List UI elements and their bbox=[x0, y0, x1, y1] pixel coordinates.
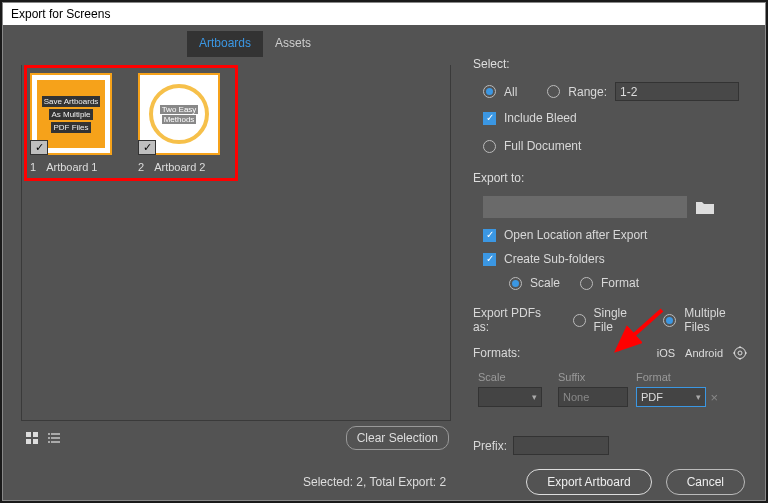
format-row: ▾ None PDF▾× bbox=[474, 385, 746, 409]
selection-status: Selected: 2, Total Export: 2 bbox=[303, 475, 446, 489]
svg-rect-8 bbox=[48, 441, 50, 443]
artboard-item[interactable]: Two Easy Methods ✓ 2Artboard 2 bbox=[138, 73, 228, 173]
artboard-checkbox[interactable]: ✓ bbox=[138, 140, 156, 155]
scale-select[interactable]: ▾ bbox=[478, 387, 542, 407]
svg-rect-4 bbox=[48, 433, 50, 435]
folder-icon[interactable] bbox=[695, 199, 715, 215]
checkbox-include-bleed[interactable] bbox=[483, 112, 496, 125]
tab-artboards[interactable]: Artboards bbox=[187, 31, 263, 57]
range-input[interactable] bbox=[615, 82, 739, 101]
artboard-label: 1Artboard 1 bbox=[30, 161, 120, 173]
svg-point-11 bbox=[735, 348, 746, 359]
svg-rect-3 bbox=[33, 439, 38, 444]
radio-subfolder-scale[interactable] bbox=[509, 277, 522, 290]
formats-label: Formats: bbox=[473, 346, 520, 360]
single-file-label: Single File bbox=[594, 306, 644, 334]
export-for-screens-dialog: Export for Screens Artboards Assets Save… bbox=[2, 2, 766, 501]
remove-row-icon[interactable]: × bbox=[710, 390, 718, 405]
scale-label: Scale bbox=[530, 276, 560, 290]
prefix-input[interactable] bbox=[513, 436, 609, 455]
format-select[interactable]: PDF▾ bbox=[636, 387, 706, 407]
android-preset-link[interactable]: Android bbox=[685, 347, 723, 359]
formats-table: Scale Suffix Format ▾ None PDF▾× bbox=[473, 368, 747, 410]
col-format: Format bbox=[632, 369, 722, 385]
open-location-label: Open Location after Export bbox=[504, 228, 647, 242]
svg-rect-2 bbox=[26, 439, 31, 444]
dialog-title: Export for Screens bbox=[11, 7, 110, 21]
checkbox-create-subfolders[interactable] bbox=[483, 253, 496, 266]
checkbox-open-location[interactable] bbox=[483, 229, 496, 242]
export-artboard-button[interactable]: Export Artboard bbox=[526, 469, 651, 495]
svg-rect-6 bbox=[48, 437, 50, 439]
svg-rect-5 bbox=[51, 433, 60, 435]
svg-rect-9 bbox=[51, 441, 60, 443]
artboard-label: 2Artboard 2 bbox=[138, 161, 228, 173]
multiple-files-label: Multiple Files bbox=[684, 306, 747, 334]
artboard-grid: Save Artboards As Multiple PDF Files ✓ 1… bbox=[21, 65, 451, 421]
svg-rect-7 bbox=[51, 437, 60, 439]
export-pdfs-label: Export PDFs as: bbox=[473, 306, 551, 334]
artboard-thumbnail[interactable]: Two Easy Methods ✓ bbox=[138, 73, 220, 155]
artboard-item[interactable]: Save Artboards As Multiple PDF Files ✓ 1… bbox=[30, 73, 120, 173]
titlebar: Export for Screens bbox=[3, 3, 765, 25]
svg-rect-1 bbox=[33, 432, 38, 437]
gear-icon[interactable] bbox=[733, 346, 747, 360]
prefix-label: Prefix: bbox=[473, 439, 507, 453]
radio-range[interactable] bbox=[547, 85, 560, 98]
list-view-icon[interactable] bbox=[45, 429, 63, 447]
export-path-input[interactable] bbox=[483, 196, 687, 218]
format-label: Format bbox=[601, 276, 639, 290]
svg-rect-0 bbox=[26, 432, 31, 437]
ios-preset-link[interactable]: iOS bbox=[657, 347, 675, 359]
tab-assets[interactable]: Assets bbox=[263, 31, 323, 57]
grid-view-icon[interactable] bbox=[23, 429, 41, 447]
artboard-thumbnail[interactable]: Save Artboards As Multiple PDF Files ✓ bbox=[30, 73, 112, 155]
artboard-checkbox[interactable]: ✓ bbox=[30, 140, 48, 155]
tabs: Artboards Assets bbox=[187, 31, 765, 57]
radio-single-file[interactable] bbox=[573, 314, 586, 327]
all-label: All bbox=[504, 85, 517, 99]
svg-point-12 bbox=[738, 351, 742, 355]
radio-subfolder-format[interactable] bbox=[580, 277, 593, 290]
clear-selection-button[interactable]: Clear Selection bbox=[346, 426, 449, 450]
full-document-label: Full Document bbox=[504, 139, 581, 153]
col-suffix: Suffix bbox=[554, 369, 632, 385]
suffix-input[interactable]: None bbox=[558, 387, 628, 407]
range-label: Range: bbox=[568, 85, 607, 99]
select-label: Select: bbox=[473, 57, 747, 71]
cancel-button[interactable]: Cancel bbox=[666, 469, 745, 495]
export-to-label: Export to: bbox=[473, 171, 747, 185]
radio-multiple-files[interactable] bbox=[663, 314, 676, 327]
radio-full-document[interactable] bbox=[483, 140, 496, 153]
col-scale: Scale bbox=[474, 369, 554, 385]
include-bleed-label: Include Bleed bbox=[504, 111, 577, 125]
radio-all[interactable] bbox=[483, 85, 496, 98]
create-subfolders-label: Create Sub-folders bbox=[504, 252, 605, 266]
